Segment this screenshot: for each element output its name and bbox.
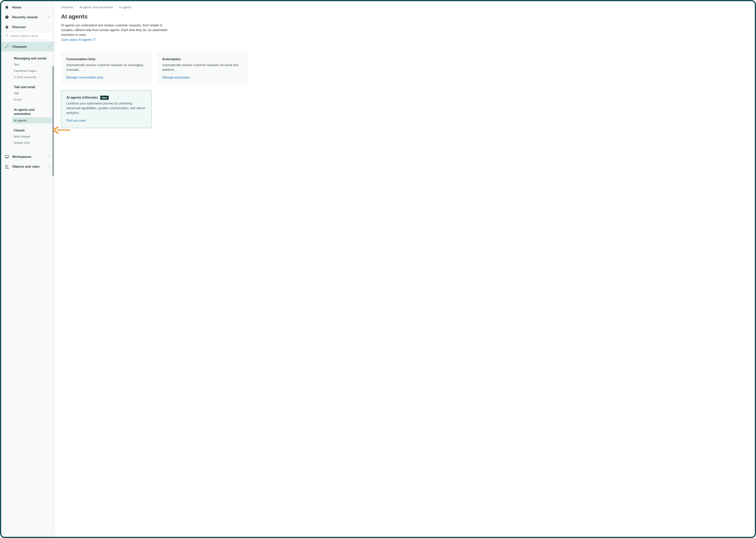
card-conversation-bots: Conversation bots Automatically resolve … <box>61 52 151 85</box>
nav-recently-viewed-label: Recently viewed <box>12 15 37 19</box>
nav-discover[interactable]: Discover <box>1 22 54 32</box>
cards-row: Conversation bots Automatically resolve … <box>61 52 748 85</box>
subgroup-classic: Classic Web Widget Mobile SDK <box>1 126 54 148</box>
subitem-x-corp[interactable]: X Corp accounts <box>1 74 54 80</box>
chevron-right-icon <box>76 6 77 9</box>
subgroup-messaging: Messaging and social Text Facebook Pages… <box>1 54 54 82</box>
card-conversation-title: Conversation bots <box>66 57 146 61</box>
sidebar: Home Recently viewed Discover <box>1 1 54 537</box>
nav-objects-rules[interactable]: Objects and rules <box>1 162 54 172</box>
search-wrap <box>1 32 54 42</box>
subgroup-talk-email: Talk and email Talk Email <box>1 82 54 105</box>
nav-channels[interactable]: Channels <box>1 42 54 52</box>
nav-workspaces[interactable]: Workspaces <box>1 152 54 162</box>
page-description: AI agents can understand and resolve cus… <box>61 23 171 37</box>
subitem-mobile-sdk[interactable]: Mobile SDK <box>1 140 54 146</box>
subgroup-ai-agents: AI agents and automation AI agents <box>1 105 54 126</box>
search-input-wrap[interactable] <box>3 32 52 40</box>
learn-link[interactable]: Learn about AI agents <box>61 38 96 41</box>
nav-workspaces-label: Workspaces <box>12 155 31 159</box>
manage-conversation-bots-link[interactable]: Manage conversation bots <box>66 76 103 79</box>
card-autoreplies-desc: Automatically resolve customer requests … <box>162 63 243 72</box>
transfer-icon <box>5 44 9 49</box>
main-content: Channels AI agents and automation AI age… <box>54 1 755 537</box>
subitem-web-widget[interactable]: Web Widget <box>1 134 54 140</box>
nav-channels-label: Channels <box>12 45 27 49</box>
svg-rect-3 <box>5 155 9 157</box>
card-ultimate-desc: Continue your automation journey by unlo… <box>66 101 146 115</box>
app-window: Home Recently viewed Discover <box>0 0 756 538</box>
card-ultimate-title: AI agents (Ultimate) <box>66 96 98 99</box>
learn-link-label: Learn about AI agents <box>61 38 92 41</box>
svg-point-1 <box>6 34 8 36</box>
external-link-icon <box>93 38 96 41</box>
chevron-up-icon <box>48 45 51 49</box>
subitem-text[interactable]: Text <box>1 61 54 68</box>
svg-point-7 <box>8 168 9 169</box>
nav-home[interactable]: Home <box>1 2 54 12</box>
crumb-channels[interactable]: Channels <box>61 6 74 9</box>
svg-point-6 <box>5 165 6 166</box>
nav-recently-viewed[interactable]: Recently viewed <box>1 12 54 22</box>
chevron-down-icon <box>48 165 51 168</box>
card-conversation-desc: Automatically resolve customer requests … <box>66 63 146 72</box>
new-badge: New <box>100 96 109 100</box>
chevron-down-icon <box>48 155 51 159</box>
subitem-facebook-pages[interactable]: Facebook Pages <box>1 68 54 74</box>
star-icon <box>5 25 9 29</box>
card-autoreplies-title: Autoreplies <box>162 57 243 61</box>
find-out-more-link[interactable]: Find out more <box>66 119 86 122</box>
nav-primary: Home Recently viewed Discover <box>1 1 54 32</box>
crumb-ai-agents[interactable]: AI agents <box>119 6 131 9</box>
page-title: AI agents <box>61 13 748 20</box>
subgroup-ai-agents-title: AI agents and automation <box>1 106 54 117</box>
card-ai-agents-ultimate: AI agents (Ultimate) New Continue your a… <box>61 90 151 128</box>
manage-autoreplies-link[interactable]: Manage autoreplies <box>162 76 190 79</box>
subitem-email[interactable]: Email <box>1 96 54 103</box>
home-icon <box>5 5 9 10</box>
crumb-ai-automation[interactable]: AI agents and automation <box>79 6 113 9</box>
svg-line-2 <box>8 36 8 36</box>
nav-discover-label: Discover <box>12 25 26 29</box>
route-icon <box>5 165 9 169</box>
nav-objects-rules-label: Objects and rules <box>12 165 39 168</box>
subitem-talk[interactable]: Talk <box>1 90 54 96</box>
subgroup-talk-email-title: Talk and email <box>1 84 54 90</box>
chevron-down-icon <box>48 15 51 19</box>
breadcrumb: Channels AI agents and automation AI age… <box>61 6 748 9</box>
subgroup-messaging-title: Messaging and social <box>1 55 54 61</box>
nav-home-label: Home <box>12 6 21 9</box>
search-input[interactable] <box>10 34 50 37</box>
monitor-icon <box>5 155 9 159</box>
channels-subtree: Messaging and social Text Facebook Pages… <box>1 52 54 152</box>
clock-icon <box>5 15 9 19</box>
search-icon <box>5 34 9 38</box>
card-autoreplies: Autoreplies Automatically resolve custom… <box>157 52 248 85</box>
chevron-right-icon <box>115 6 117 9</box>
subitem-ai-agents[interactable]: AI agents <box>12 117 52 124</box>
subgroup-classic-title: Classic <box>1 127 54 134</box>
scrollbar-thumb[interactable] <box>52 66 54 176</box>
